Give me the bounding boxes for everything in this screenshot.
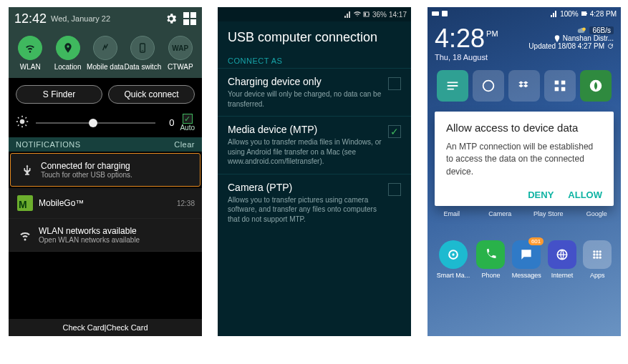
svg-point-2 — [20, 119, 24, 124]
option-title: Charging device only — [228, 76, 382, 87]
svg-point-38 — [599, 257, 602, 259]
dock-label: Internet — [551, 272, 574, 279]
status-bar: 12:42 Wed, January 22 — [9, 7, 202, 30]
app-tile-dropbox[interactable] — [508, 70, 540, 102]
page-title: USB computer connection — [218, 21, 411, 56]
location-pin-icon — [554, 35, 560, 42]
dock: Smart Ma... Phone 601Messages Internet A… — [427, 233, 621, 282]
app-tile-launch[interactable] — [580, 70, 612, 102]
toggle-label: Data switch — [125, 63, 162, 71]
brightness-icon — [16, 115, 29, 131]
settings-icon[interactable] — [165, 12, 178, 25]
notification-usb-charging[interactable]: Connected for chargingTouch for other US… — [10, 153, 201, 187]
toggle-location[interactable]: Location — [49, 36, 87, 71]
toggle-label: Mobile data — [87, 63, 124, 71]
svg-rect-0 — [140, 44, 145, 52]
usb-connection-settings: 36% 14:17 USB computer connection CONNEC… — [218, 7, 411, 336]
option-title: Camera (PTP) — [228, 182, 382, 193]
dock-label: Smart Ma... — [437, 272, 470, 279]
status-time: 4:28 PM — [590, 10, 617, 18]
wifi-icon — [354, 11, 361, 18]
auto-label: Auto — [180, 124, 195, 132]
toggle-label: Location — [54, 63, 82, 71]
svg-line-7 — [18, 117, 19, 119]
dock-apps[interactable]: Apps — [583, 240, 612, 279]
dock-messages[interactable]: 601Messages — [512, 240, 541, 279]
svg-rect-23 — [561, 81, 566, 85]
folder-label-row: Email Camera Play Store Google — [427, 210, 621, 217]
brightness-row: 0 ✓Auto — [9, 111, 202, 137]
brightness-auto-toggle[interactable]: ✓Auto — [180, 114, 195, 132]
notif-subtitle: Open WLAN networks available — [39, 236, 195, 244]
clock-widget[interactable]: 4:28PM Thu, 18 August — [435, 26, 528, 62]
toggle-ctwap[interactable]: WAPCTWAP — [162, 36, 199, 71]
svg-rect-1 — [142, 50, 144, 51]
svg-point-35 — [599, 254, 602, 256]
checkbox-checked-icon[interactable]: ✓ — [388, 125, 401, 138]
folder-camera[interactable]: Camera — [482, 210, 518, 217]
toggle-mobile-data[interactable]: Mobile data — [87, 36, 124, 71]
battery-percent: 36% — [372, 11, 387, 19]
brightness-slider[interactable] — [36, 117, 155, 129]
clear-notifications-button[interactable]: Clear — [174, 140, 195, 149]
dock-internet[interactable]: Internet — [548, 240, 576, 279]
svg-line-8 — [26, 124, 27, 126]
notifications-title: NOTIFICATIONS — [16, 140, 81, 149]
app-row — [427, 66, 621, 104]
battery-icon — [581, 10, 588, 17]
notif-title: MobileGo™ — [39, 198, 177, 208]
folder-google[interactable]: Google — [579, 210, 614, 217]
svg-point-20 — [583, 28, 586, 31]
dock-label: Phone — [481, 272, 500, 279]
dock-phone[interactable]: Phone — [476, 240, 505, 279]
updated-text: Updated 18/08 4:27 PM — [528, 42, 604, 50]
svg-rect-16 — [581, 11, 586, 16]
svg-rect-25 — [561, 87, 566, 92]
status-bar: 100% 4:28 PM — [427, 7, 621, 20]
signal-icon — [551, 10, 558, 17]
s-finder-button[interactable]: S Finder — [16, 85, 102, 104]
svg-rect-22 — [555, 81, 559, 85]
deny-button[interactable]: DENY — [528, 190, 554, 200]
option-mtp[interactable]: Media device (MTP)Allows you to transfer… — [218, 116, 411, 174]
svg-point-28 — [452, 254, 454, 256]
clock-ampm: PM — [486, 29, 498, 38]
toggle-data-switch[interactable]: Data switch — [124, 36, 161, 71]
option-charging-only[interactable]: Charging device onlyYour device will onl… — [218, 68, 411, 116]
tile-grid-icon[interactable] — [183, 12, 196, 25]
option-desc: Your device will only be charged, no dat… — [228, 89, 382, 109]
svg-point-37 — [596, 257, 599, 259]
dock-smart-manager[interactable]: Smart Ma... — [437, 240, 470, 279]
wifi-icon — [16, 229, 34, 242]
notifications-header: NOTIFICATIONS Clear — [9, 137, 202, 152]
allow-button[interactable]: ALLOW — [568, 190, 602, 200]
badge-count: 601 — [528, 237, 544, 245]
weather-widget[interactable]: 66B/s Nanshan Distr... Updated 18/08 4:2… — [528, 26, 614, 62]
signal-icon — [344, 11, 352, 18]
clock-time: 12:42 — [14, 11, 47, 26]
app-tile-checklist[interactable] — [437, 70, 468, 102]
checkbox-icon[interactable] — [388, 77, 401, 90]
dialog-title: Allow access to device data — [446, 122, 602, 134]
folder-playstore[interactable]: Play Store — [531, 210, 566, 217]
toggle-wlan[interactable]: WLAN — [11, 36, 49, 71]
sim-icon — [441, 10, 448, 17]
usb-icon — [18, 164, 37, 177]
app-tile-grid[interactable] — [544, 70, 576, 102]
dock-label: Apps — [590, 272, 605, 279]
weather-cloud-icon — [576, 26, 586, 34]
home-screen-dialog: 100% 4:28 PM 4:28PM Thu, 18 August 66B/s… — [427, 7, 621, 336]
refresh-icon — [607, 43, 614, 49]
svg-rect-15 — [442, 11, 448, 16]
notification-mobilego[interactable]: M MobileGo™ 12:38 — [9, 188, 202, 219]
folder-email[interactable]: Email — [434, 210, 470, 217]
svg-point-36 — [593, 257, 595, 259]
checkbox-icon[interactable] — [388, 183, 401, 196]
svg-point-21 — [483, 81, 494, 92]
quick-connect-button[interactable]: Quick connect — [108, 85, 195, 104]
check-card-bar[interactable]: Check Card|Check Card — [9, 319, 202, 336]
notification-wlan[interactable]: WLAN networks availableOpen WLAN network… — [9, 219, 202, 252]
brightness-value: 0 — [163, 117, 174, 128]
option-ptp[interactable]: Camera (PTP)Allows you to transfer pictu… — [218, 174, 411, 232]
app-tile-dial[interactable] — [473, 70, 504, 102]
